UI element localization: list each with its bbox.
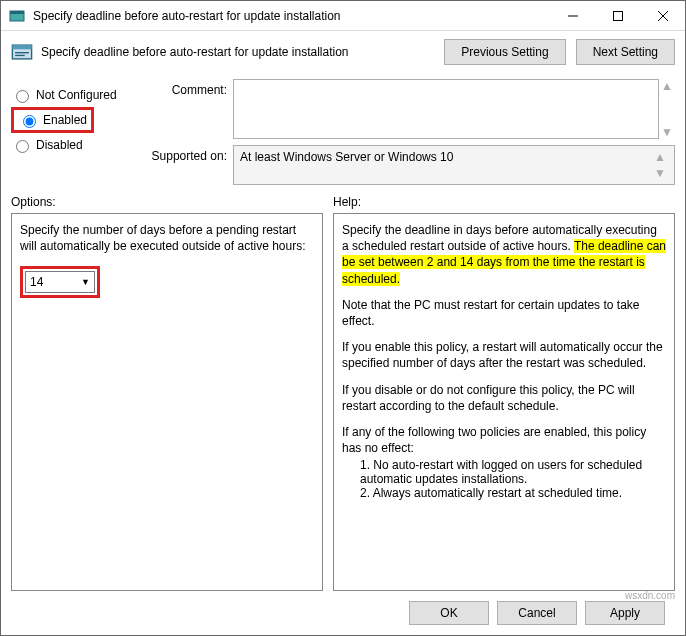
radio-not-configured-label: Not Configured [36, 88, 117, 102]
policy-subtitle: Specify deadline before auto-restart for… [41, 45, 349, 59]
comment-scrollbar[interactable]: ▲▼ [659, 79, 675, 139]
help-li1: 1. No auto-restart with logged on users … [360, 458, 666, 486]
header-row: Specify deadline before auto-restart for… [1, 31, 685, 73]
supported-on-value: At least Windows Server or Windows 10 [240, 150, 652, 180]
supported-on-box: At least Windows Server or Windows 10 ▲▼ [233, 145, 675, 185]
app-icon [9, 8, 25, 24]
comment-label: Comment: [141, 79, 227, 139]
supported-on-label: Supported on: [141, 145, 227, 185]
previous-setting-button[interactable]: Previous Setting [444, 39, 565, 65]
svg-rect-9 [15, 55, 25, 56]
cancel-button[interactable]: Cancel [497, 601, 577, 625]
help-p3: If you enable this policy, a restart wil… [342, 339, 666, 371]
svg-rect-1 [10, 11, 24, 14]
chevron-up-icon: ▲ [661, 79, 673, 93]
help-p4: If you disable or do not configure this … [342, 382, 666, 414]
radio-enabled-input[interactable] [23, 115, 36, 128]
apply-button[interactable]: Apply [585, 601, 665, 625]
help-p2: Note that the PC must restart for certai… [342, 297, 666, 329]
radio-enabled[interactable]: Enabled [18, 112, 87, 128]
days-dropdown[interactable]: 14 ▼ [25, 271, 95, 293]
help-li2: 2. Always automatically restart at sched… [360, 486, 666, 500]
svg-rect-3 [613, 11, 622, 20]
state-radio-group: Not Configured Enabled Disabled [11, 79, 131, 185]
options-description: Specify the number of days before a pend… [20, 222, 314, 254]
radio-not-configured[interactable]: Not Configured [11, 83, 131, 107]
days-dropdown-value: 14 [30, 275, 43, 289]
radio-disabled-label: Disabled [36, 138, 83, 152]
dialog-button-row: OK Cancel Apply [11, 591, 675, 635]
close-button[interactable] [640, 1, 685, 31]
supported-scrollbar[interactable]: ▲▼ [652, 150, 668, 180]
svg-rect-8 [15, 52, 29, 53]
options-panel: Specify the number of days before a pend… [11, 213, 323, 591]
chevron-down-icon: ▼ [654, 166, 666, 180]
help-panel: Specify the deadline in days before auto… [333, 213, 675, 591]
chevron-up-icon: ▲ [654, 150, 666, 164]
chevron-down-icon: ▼ [81, 277, 90, 287]
radio-not-configured-input[interactable] [16, 90, 29, 103]
ok-button[interactable]: OK [409, 601, 489, 625]
help-p5: If any of the following two policies are… [342, 424, 666, 456]
radio-enabled-label: Enabled [43, 113, 87, 127]
chevron-down-icon: ▼ [661, 125, 673, 139]
maximize-button[interactable] [595, 1, 640, 31]
options-heading: Options: [11, 195, 323, 209]
help-heading: Help: [333, 195, 361, 209]
policy-icon [11, 41, 33, 63]
titlebar: Specify deadline before auto-restart for… [1, 1, 685, 31]
minimize-button[interactable] [550, 1, 595, 31]
svg-rect-7 [12, 45, 31, 49]
window-title: Specify deadline before auto-restart for… [33, 9, 550, 23]
radio-disabled-input[interactable] [16, 140, 29, 153]
next-setting-button[interactable]: Next Setting [576, 39, 675, 65]
radio-disabled[interactable]: Disabled [11, 133, 131, 157]
comment-textarea[interactable] [233, 79, 659, 139]
